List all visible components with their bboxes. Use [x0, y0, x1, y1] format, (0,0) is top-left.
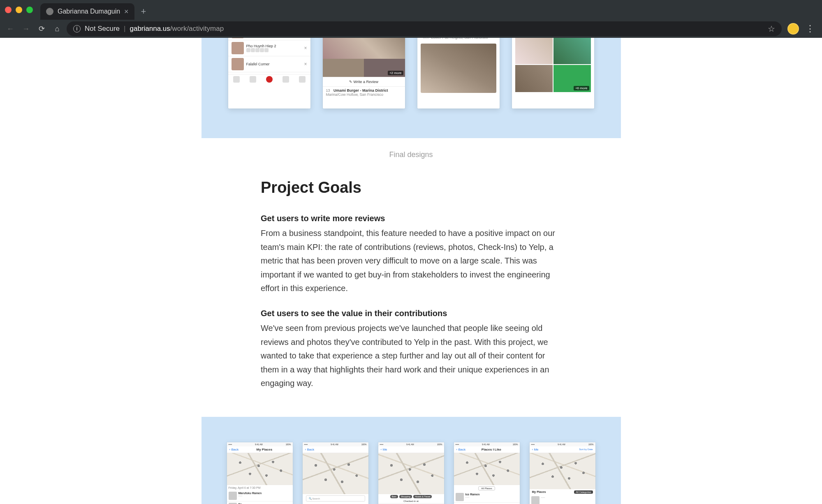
hero-band: Your Next Review Awaits Yummy Yummy × Ph… — [201, 38, 621, 138]
browser-tab[interactable]: Gabrianna Dumaguin × — [40, 3, 134, 20]
map-view — [530, 453, 595, 489]
list-item: Ice Ramen····· — [454, 492, 520, 503]
back-button[interactable]: ← — [4, 23, 16, 35]
back-label: ‹ Me — [381, 448, 387, 451]
search-field: 🔍 Search — [306, 495, 365, 502]
article: Project Goals Get users to write more re… — [261, 179, 557, 391]
list-item: Marufuku Ramen····· — [227, 490, 293, 502]
design-card-review-detail: hyped up that the overall experience was… — [417, 38, 500, 109]
back-label: ‹ Back — [305, 448, 315, 451]
status-bar: •••••9:41 AM100% — [303, 442, 368, 446]
list-item: Pa — [227, 502, 293, 504]
profile-avatar[interactable] — [787, 23, 799, 35]
site-info-icon[interactable]: i — [73, 25, 81, 32]
more-icon — [299, 76, 306, 83]
item-name: Marufuku Ramen — [238, 492, 291, 495]
hero-photo — [323, 38, 405, 59]
date-label: Friday, April 6 at 7:30 PM — [227, 485, 293, 490]
thumb-icon — [229, 492, 237, 500]
body-text: We've seen from previous projects we've … — [261, 321, 557, 391]
rank-number: 13 — [326, 88, 333, 92]
browser-menu-icon[interactable]: ⋮ — [802, 22, 818, 36]
map-view — [303, 453, 368, 494]
window-zoom[interactable] — [26, 7, 33, 13]
article-block: Get users to write more reviews From a b… — [261, 214, 557, 296]
tab-close-icon[interactable]: × — [124, 7, 129, 16]
favicon-icon — [46, 8, 53, 15]
thumb-icon — [531, 496, 540, 504]
thumb-icon — [232, 58, 244, 70]
window-minimize[interactable] — [16, 7, 22, 13]
screen-title: Places I Like — [465, 448, 517, 451]
photo-grid: +6 more — [512, 38, 594, 92]
map-view — [454, 453, 520, 485]
map-view — [227, 453, 293, 485]
design-card-reviews-await: Your Next Review Awaits Yummy Yummy × Ph… — [228, 38, 310, 109]
explorations-row: •••••9:41 AM100% ‹ BackMy Places Friday,… — [218, 442, 604, 504]
photo-thumb: +6 more — [553, 65, 591, 92]
bookmark-icon[interactable]: ☆ — [768, 24, 775, 34]
list: Marufuku Ramen····· Pa — [227, 490, 293, 504]
review-row: Pho Huynh Hiep 2 × — [228, 40, 310, 56]
chip: Shopping — [399, 495, 412, 498]
segment-control: Checked-in at — [378, 499, 444, 504]
photo-row: +2 more — [323, 59, 405, 77]
day-label: Wed — [421, 38, 431, 39]
mini-mock: •••••9:41 AM100% ‹ Me Bars Shopping Hote… — [378, 442, 444, 504]
subheading: Get users to see the value in their cont… — [261, 309, 557, 318]
biz-sub: Lower Pac Heights, San Francisco — [431, 38, 492, 39]
write-review-link: ✎ Write a Review — [323, 77, 405, 86]
body-text: From a business standpoint, this feature… — [261, 227, 557, 296]
sort-label: Sort by Date — [579, 448, 593, 451]
article-block: Get users to see the value in their cont… — [261, 309, 557, 391]
back-label: ‹ Back — [456, 448, 466, 451]
segment: Checked-in at — [403, 500, 419, 502]
status-bar: •••••9:41 AM100% — [378, 442, 444, 446]
dismiss-icon: × — [304, 45, 307, 51]
mini-mock: •••••9:41 AM100% ‹ BackPlaces I Like All… — [454, 442, 520, 504]
rating-stars — [246, 48, 276, 52]
more-photos-badge: +2 more — [388, 71, 403, 75]
back-label: ‹ Back — [229, 448, 239, 451]
tab-title: Gabrianna Dumaguin — [58, 8, 120, 15]
filter-pill: All Places — [454, 486, 520, 490]
window-close[interactable] — [5, 7, 12, 13]
chip: Bars — [390, 495, 398, 498]
nav-bar: ‹ Me — [378, 446, 444, 453]
me-icon — [266, 76, 273, 83]
new-tab-button[interactable]: + — [141, 6, 146, 17]
status-bar: •••••9:41 AM100% — [227, 442, 293, 446]
dismiss-icon: × — [304, 61, 307, 67]
thumb-icon — [456, 493, 464, 501]
section-title: My Places — [532, 490, 546, 494]
collections-icon — [282, 76, 289, 83]
photo-thumb: +2 more — [364, 59, 405, 77]
explorations-band: •••••9:41 AM100% ‹ BackMy Places Friday,… — [201, 417, 621, 504]
nav-bar: ‹ BackMy Places — [227, 446, 293, 453]
status-bar: •••••9:41 AM100% — [530, 442, 595, 446]
review-row: Falafel Corner × — [228, 56, 310, 72]
url-path: /work/activitymap — [170, 25, 224, 32]
delivery-icon — [250, 76, 256, 83]
biz-name: Falafel Corner — [246, 62, 270, 66]
browser-chrome: Gabrianna Dumaguin × + ← → ⟳ ⌂ i Not Sec… — [0, 0, 822, 38]
list: Ice Ramen····· Equator Coffee····· — [454, 492, 520, 504]
list-item: ····· — [530, 495, 595, 504]
section-header: My Places All Categories — [530, 489, 595, 495]
home-button[interactable]: ⌂ — [51, 23, 63, 35]
list-item: 13 Umami Burger - Marina District Marina… — [323, 86, 405, 98]
address-bar[interactable]: i Not Secure | gabrianna.us/work/activit… — [67, 21, 782, 36]
photo-thumb — [515, 65, 553, 92]
thumb-icon — [232, 42, 244, 54]
forward-button[interactable]: → — [20, 23, 32, 35]
hero-cards: Your Next Review Awaits Yummy Yummy × Ph… — [201, 38, 621, 109]
page-content: Your Next Review Awaits Yummy Yummy × Ph… — [0, 38, 822, 504]
list: ····· — [530, 495, 595, 504]
titlebar: Gabrianna Dumaguin × + — [0, 0, 822, 20]
section-heading: Project Goals — [261, 179, 557, 197]
toolbar: ← → ⟳ ⌂ i Not Secure | gabrianna.us/work… — [0, 20, 822, 38]
nav-bar: ‹ BackPlaces I Like — [454, 446, 520, 453]
map-view — [378, 453, 444, 494]
reload-button[interactable]: ⟳ — [35, 23, 48, 35]
traffic-lights — [5, 7, 33, 13]
